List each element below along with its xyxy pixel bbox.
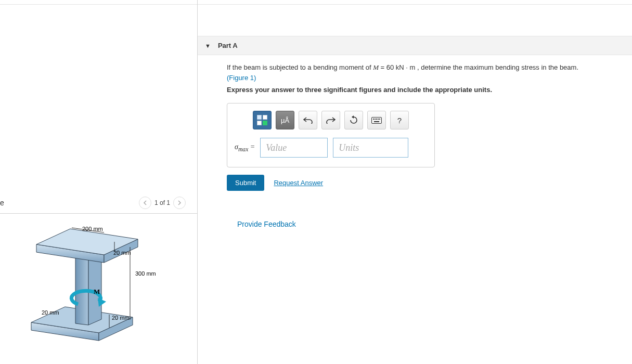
templates-icon bbox=[257, 115, 267, 125]
sigma-symbol: σ bbox=[235, 143, 238, 151]
divider bbox=[0, 4, 197, 5]
dim-web-label: 20 mm bbox=[112, 315, 130, 321]
pager-prev-button[interactable] bbox=[139, 197, 151, 209]
moment-label: M bbox=[94, 288, 100, 295]
instruction-text: Express your answer to three significant… bbox=[227, 86, 616, 94]
undo-button[interactable] bbox=[299, 111, 317, 129]
submit-button[interactable]: Submit bbox=[227, 175, 264, 191]
q-suffix: , determine the maximum bending stress i… bbox=[415, 63, 578, 71]
answer-toolbar: µÅ ? bbox=[235, 111, 427, 129]
figure-header: e 1 of 1 bbox=[0, 197, 197, 214]
value-input[interactable] bbox=[260, 138, 328, 158]
redo-icon bbox=[326, 116, 336, 124]
dim-flange-label: 20 mm bbox=[113, 250, 131, 256]
chevron-right-icon bbox=[177, 200, 182, 205]
undo-icon bbox=[303, 116, 313, 124]
svg-marker-13 bbox=[352, 115, 354, 119]
svg-rect-19 bbox=[379, 119, 380, 120]
svg-rect-18 bbox=[378, 119, 379, 120]
question-text: If the beam is subjected to a bending mo… bbox=[227, 62, 616, 83]
redo-button[interactable] bbox=[321, 111, 340, 129]
sigma-sub: max bbox=[238, 146, 248, 152]
chevron-left-icon bbox=[143, 200, 147, 205]
answer-input-row: σmax = bbox=[235, 138, 427, 158]
sigma-label: σmax = bbox=[235, 143, 255, 153]
keyboard-icon bbox=[371, 117, 382, 124]
caret-down-icon: ▼ bbox=[205, 43, 211, 49]
units-input[interactable] bbox=[333, 138, 408, 158]
reset-button[interactable] bbox=[344, 111, 363, 129]
svg-rect-15 bbox=[373, 119, 374, 120]
templates-button[interactable] bbox=[253, 111, 272, 129]
dim-left-label: 20 mm bbox=[42, 309, 59, 316]
q-symbol-M: M bbox=[373, 63, 379, 71]
equals-sign: = bbox=[248, 143, 255, 151]
svg-marker-3 bbox=[75, 252, 88, 325]
svg-rect-17 bbox=[376, 119, 377, 120]
svg-rect-20 bbox=[374, 121, 379, 122]
pager-next-button[interactable] bbox=[173, 197, 186, 209]
figure-pager: 1 of 1 bbox=[139, 197, 186, 209]
help-button[interactable]: ? bbox=[390, 111, 409, 129]
action-row: Submit Request Answer bbox=[227, 175, 616, 191]
part-header[interactable]: ▼ Part A bbox=[198, 36, 632, 55]
dim-height-label: 300 mm bbox=[135, 270, 156, 277]
svg-rect-14 bbox=[372, 117, 382, 123]
svg-rect-16 bbox=[375, 119, 376, 120]
request-answer-link[interactable]: Request Answer bbox=[274, 179, 323, 187]
pager-text: 1 of 1 bbox=[154, 199, 170, 206]
q-prefix: If the beam is subjected to a bending mo… bbox=[227, 63, 373, 71]
q-eq: = 60 kN · m bbox=[379, 63, 415, 71]
divider bbox=[198, 4, 632, 5]
question-panel: ▼ Part A If the beam is subjected to a b… bbox=[198, 0, 632, 364]
dim-top-label: 200 mm bbox=[82, 226, 103, 232]
keyboard-button[interactable] bbox=[367, 111, 386, 129]
answer-box: µÅ ? σma bbox=[227, 103, 435, 167]
special-chars-button[interactable]: µÅ bbox=[276, 111, 294, 129]
figure-title: e bbox=[0, 199, 4, 207]
provide-feedback-link[interactable]: Provide Feedback bbox=[227, 220, 616, 228]
figure-link[interactable]: (Figure 1) bbox=[227, 74, 256, 82]
beam-svg: 200 mm 20 mm 300 mm 20 mm 20 mm M bbox=[26, 224, 172, 348]
figure-panel: e 1 of 1 bbox=[0, 0, 198, 364]
part-title: Part A bbox=[218, 42, 238, 49]
beam-diagram: 200 mm 20 mm 300 mm 20 mm 20 mm M bbox=[26, 224, 172, 348]
reset-icon bbox=[349, 115, 358, 125]
